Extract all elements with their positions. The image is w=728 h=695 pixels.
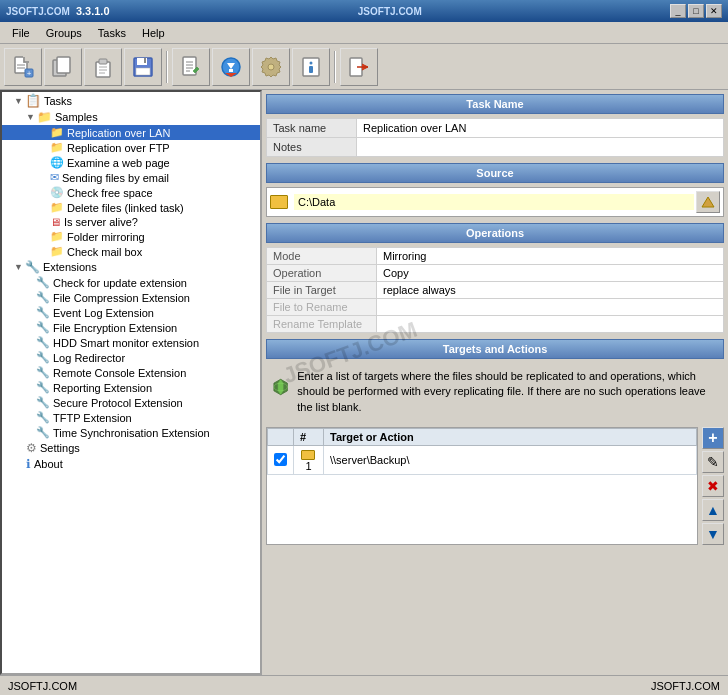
menu-file[interactable]: File [4,25,38,41]
task-name-input[interactable] [363,122,717,134]
target-checkbox[interactable] [274,453,287,466]
ext2-icon: 🔧 [36,291,50,304]
tree-ext8[interactable]: 🔧 Reporting Extension [2,380,260,395]
web-icon: 🌐 [50,156,64,169]
tree-ext10[interactable]: 🔧 TFTP Extension [2,410,260,425]
exit-button[interactable] [340,48,378,86]
ops-file-rename-value [377,299,724,316]
ext-root-icon: 🔧 [25,260,40,274]
tree-ext5[interactable]: 🔧 HDD Smart monitor extension [2,335,260,350]
minimize-button[interactable]: _ [670,4,686,18]
tree-ext11-label: Time Synchronisation Extension [53,427,210,439]
email-icon: ✉ [50,171,59,184]
targets-edit-button[interactable]: ✎ [702,451,724,473]
tree-ext6[interactable]: 🔧 Log Redirector [2,350,260,365]
status-left: JSOFTJ.COM [8,680,77,692]
svg-text:+: + [27,69,32,78]
ext4-icon: 🔧 [36,321,50,334]
menu-groups[interactable]: Groups [38,25,90,41]
targets-area: # Target or Action 1 [266,427,724,545]
ops-mode-value[interactable]: Mirroring [377,248,724,265]
tree-extensions[interactable]: ▼ 🔧 Extensions [2,259,260,275]
maximize-button[interactable]: □ [688,4,704,18]
tree-ext9-label: Secure Protocol Extension [53,397,183,409]
ext9-icon: 🔧 [36,396,50,409]
tree-check-mail[interactable]: 📁 Check mail box [2,244,260,259]
report-button[interactable] [172,48,210,86]
tree-ext9[interactable]: 🔧 Secure Protocol Extension [2,395,260,410]
tree-ext2[interactable]: 🔧 File Compression Extension [2,290,260,305]
source-path-input[interactable] [294,194,694,210]
tree-folder-mirror[interactable]: 📁 Folder mirroring [2,229,260,244]
tree-is-server[interactable]: 🖥 Is server alive? [2,215,260,229]
tree-extensions-label: Extensions [43,261,97,273]
expand-icon-ext: ▼ [14,262,23,272]
tree-folder-mirror-label: Folder mirroring [67,231,145,243]
export-button[interactable] [212,48,250,86]
tree-ext3[interactable]: 🔧 Event Log Extension [2,305,260,320]
notes-input[interactable] [363,141,717,153]
ext1-icon: 🔧 [36,276,50,289]
tree-settings[interactable]: ⚙ Settings [2,440,260,456]
info-button[interactable] [292,48,330,86]
targets-down-button[interactable]: ▼ [702,523,724,545]
tree-delete-files[interactable]: 📁 Delete files (linked task) [2,200,260,215]
ext10-icon: 🔧 [36,411,50,424]
ops-mode-row: Mode Mirroring [267,248,724,265]
source-browse-button[interactable] [696,191,720,213]
ops-file-in-target-value[interactable]: replace always [377,282,724,299]
new-button[interactable]: + [4,48,42,86]
folder-icon-ftp: 📁 [50,141,64,154]
save-button[interactable] [124,48,162,86]
tree-examine-web[interactable]: 🌐 Examine a web page [2,155,260,170]
tree-check-free[interactable]: 💿 Check free space [2,185,260,200]
svg-marker-33 [702,197,714,207]
tree-ext8-label: Reporting Extension [53,382,152,394]
tree-ext7[interactable]: 🔧 Remote Console Extension [2,365,260,380]
svg-rect-25 [229,69,233,72]
operations-header: Operations [266,223,724,243]
task-name-value-cell [357,119,724,138]
close-button[interactable]: ✕ [706,4,722,18]
tree-ext11[interactable]: 🔧 Time Synchronisation Extension [2,425,260,440]
folder-mirror-icon: 📁 [50,230,64,243]
tree-panel[interactable]: ▼ 📋 Tasks ▼ 📁 Samples 📁 Replication over… [0,90,262,675]
main-area: ▼ 📋 Tasks ▼ 📁 Samples 📁 Replication over… [0,90,728,675]
tree-replication-lan[interactable]: 📁 Replication over LAN [2,125,260,140]
tree-tasks-root[interactable]: ▼ 📋 Tasks [2,92,260,109]
targets-col-target: Target or Action [324,429,697,446]
targets-up-button[interactable]: ▲ [702,499,724,521]
copy-task-button[interactable] [44,48,82,86]
tree-sending-files[interactable]: ✉ Sending files by email [2,170,260,185]
menu-help[interactable]: Help [134,25,173,41]
target-checkbox-cell[interactable] [268,446,294,475]
ops-mode-label: Mode [267,248,377,265]
ops-operation-value[interactable]: Copy [377,265,724,282]
tree-ext1[interactable]: 🔧 Check for update extension [2,275,260,290]
tree-tasks-label: Tasks [44,95,72,107]
tree-replication-ftp[interactable]: 📁 Replication over FTP [2,140,260,155]
svg-point-27 [268,64,274,70]
settings-button[interactable] [252,48,290,86]
folder-delete-icon: 📁 [50,201,64,214]
tree-ext4[interactable]: 🔧 File Encryption Extension [2,320,260,335]
targets-delete-button[interactable]: ✖ [702,475,724,497]
svg-point-29 [310,61,313,64]
ops-operation-label: Operation [267,265,377,282]
menu-tasks[interactable]: Tasks [90,25,134,41]
tree-ext5-label: HDD Smart monitor extension [53,337,199,349]
source-folder-icon [270,195,288,209]
notes-row: Notes [267,138,724,157]
targets-table-wrap: # Target or Action 1 [266,427,698,545]
targets-add-button[interactable]: + [702,427,724,449]
tree-ext3-label: Event Log Extension [53,307,154,319]
toolbar-separator-2 [334,51,336,83]
targets-header: Targets and Actions [266,339,724,359]
paste-button[interactable] [84,48,122,86]
tree-about[interactable]: ℹ About [2,456,260,472]
targets-table-header: # Target or Action [268,429,697,446]
tree-about-label: About [34,458,63,470]
tree-samples[interactable]: ▼ 📁 Samples [2,109,260,125]
title-version: 3.3.1.0 [76,5,110,17]
tasks-icon: 📋 [25,93,41,108]
